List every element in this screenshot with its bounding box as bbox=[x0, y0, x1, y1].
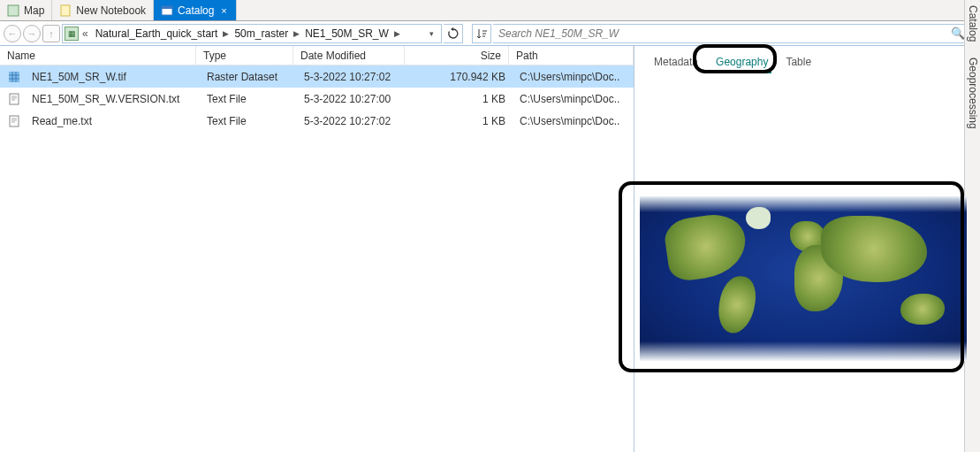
cell-date: 5-3-2022 10:27:02 bbox=[297, 115, 408, 127]
svg-rect-1 bbox=[61, 5, 70, 16]
doctab-label: Map bbox=[24, 4, 44, 17]
refresh-button[interactable] bbox=[444, 24, 463, 43]
file-list-pane: Name Type Date Modified Size Path NE1_50… bbox=[0, 46, 634, 452]
cell-type: Text File bbox=[200, 93, 297, 105]
search-box[interactable]: 🔍 ▾ bbox=[493, 24, 976, 43]
cell-path: C:\Users\minpc\Doc.. bbox=[513, 115, 634, 127]
column-header-name[interactable]: Name bbox=[0, 46, 196, 65]
breadcrumb-item[interactable]: Natural_Earth_quick_start bbox=[92, 27, 222, 40]
doctab-label: Catalog bbox=[178, 4, 214, 17]
side-tab-geoprocessing[interactable]: Geoprocessing bbox=[967, 56, 979, 131]
svg-rect-5 bbox=[10, 94, 19, 104]
svg-rect-4 bbox=[9, 72, 19, 82]
notebook-icon bbox=[59, 4, 72, 17]
breadcrumb-prefix: « bbox=[79, 27, 92, 40]
close-icon[interactable]: × bbox=[218, 5, 229, 16]
svg-rect-0 bbox=[8, 5, 19, 16]
doctab-map[interactable]: Map bbox=[0, 0, 52, 20]
cell-size: 170.942 KB bbox=[408, 71, 513, 83]
column-header-path[interactable]: Path bbox=[509, 46, 634, 65]
text-file-icon bbox=[7, 114, 21, 128]
cell-name: NE1_50M_SR_W.VERSION.txt bbox=[25, 93, 200, 105]
cell-type: Raster Dataset bbox=[200, 71, 297, 83]
detail-tab-geography[interactable]: Geography bbox=[707, 52, 777, 72]
file-row[interactable]: Read_me.txt Text File 5-3-2022 10:27:02 … bbox=[0, 110, 634, 132]
cell-name: NE1_50M_SR_W.tif bbox=[25, 71, 200, 83]
chevron-right-icon: ▶ bbox=[292, 29, 301, 38]
sort-button[interactable] bbox=[472, 24, 491, 43]
breadcrumb-item[interactable]: NE1_50M_SR_W bbox=[301, 27, 392, 40]
file-rows: NE1_50M_SR_W.tif Raster Dataset 5-3-2022… bbox=[0, 65, 634, 452]
column-header-date[interactable]: Date Modified bbox=[293, 46, 405, 65]
search-icon[interactable]: 🔍 bbox=[951, 27, 965, 40]
detail-tab-metadata[interactable]: Metadata bbox=[645, 52, 707, 72]
cell-path: C:\Users\minpc\Doc.. bbox=[513, 71, 634, 83]
nav-up-button[interactable]: ↑ bbox=[42, 25, 60, 42]
chevron-right-icon: ▶ bbox=[392, 29, 402, 38]
chevron-right-icon: ▶ bbox=[221, 29, 231, 38]
geography-preview[interactable] bbox=[640, 196, 967, 361]
cell-date: 5-3-2022 10:27:00 bbox=[297, 93, 408, 105]
cell-size: 1 KB bbox=[408, 115, 513, 127]
text-file-icon bbox=[7, 92, 21, 106]
document-tab-strip: Map New Notebook Catalog × ▼ bbox=[0, 0, 980, 21]
doctab-catalog[interactable]: Catalog × bbox=[154, 0, 237, 20]
doctab-label: New Notebook bbox=[76, 4, 146, 17]
file-row[interactable]: NE1_50M_SR_W.VERSION.txt Text File 5-3-2… bbox=[0, 88, 634, 110]
breadcrumb-dropdown[interactable]: ▾ bbox=[427, 29, 439, 38]
cell-type: Text File bbox=[200, 115, 297, 127]
detail-tabs: Metadata Geography Table bbox=[634, 50, 980, 74]
nav-forward-button[interactable]: → bbox=[23, 25, 41, 42]
column-header-row: Name Type Date Modified Size Path bbox=[0, 46, 634, 65]
refresh-icon bbox=[447, 27, 460, 40]
raster-icon bbox=[7, 70, 21, 84]
map-icon bbox=[7, 4, 19, 17]
cell-date: 5-3-2022 10:27:02 bbox=[297, 71, 408, 83]
cell-path: C:\Users\minpc\Doc.. bbox=[513, 93, 634, 105]
cell-name: Read_me.txt bbox=[25, 115, 200, 127]
detail-pane: Metadata Geography Table bbox=[634, 46, 980, 452]
catalog-icon bbox=[161, 4, 173, 17]
file-row[interactable]: NE1_50M_SR_W.tif Raster Dataset 5-3-2022… bbox=[0, 65, 634, 88]
breadcrumb-item[interactable]: 50m_raster bbox=[231, 27, 292, 40]
side-tab-catalog[interactable]: Catalog bbox=[967, 4, 979, 43]
svg-rect-3 bbox=[162, 6, 172, 9]
sort-icon bbox=[475, 27, 488, 40]
catalog-toolbar: ← → ↑ ▦ « Natural_Earth_quick_start ▶ 50… bbox=[0, 21, 980, 46]
cell-size: 1 KB bbox=[408, 93, 513, 105]
main-area: Name Type Date Modified Size Path NE1_50… bbox=[0, 46, 980, 452]
nav-back-button[interactable]: ← bbox=[4, 25, 21, 42]
breadcrumb-bar[interactable]: ▦ « Natural_Earth_quick_start ▶ 50m_rast… bbox=[62, 24, 442, 43]
column-header-type[interactable]: Type bbox=[196, 46, 293, 65]
detail-tab-table[interactable]: Table bbox=[777, 52, 820, 72]
doctab-new-notebook[interactable]: New Notebook bbox=[52, 0, 154, 20]
folder-icon: ▦ bbox=[65, 27, 79, 41]
svg-rect-6 bbox=[10, 116, 19, 126]
search-input[interactable] bbox=[498, 27, 951, 40]
column-header-size[interactable]: Size bbox=[405, 46, 509, 65]
